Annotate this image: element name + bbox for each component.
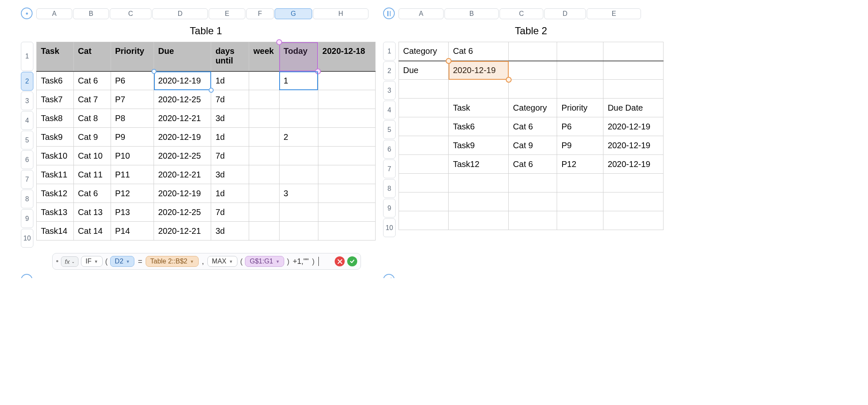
table1-cell[interactable]: Task8	[37, 109, 74, 128]
column-header-a[interactable]: A	[36, 8, 72, 19]
table1-cell[interactable]: P10	[111, 147, 154, 165]
table1-cell[interactable]: P14	[111, 222, 154, 240]
table2-cell[interactable]	[399, 211, 449, 230]
table1-cell[interactable]	[318, 109, 375, 128]
table2-cell[interactable]: Due Date	[603, 99, 664, 117]
formula-token-max[interactable]: MAX▼	[207, 256, 238, 267]
table2-cell[interactable]	[509, 80, 557, 99]
table1-cell[interactable]: 2020-12-25	[154, 203, 211, 222]
column-header-e[interactable]: E	[209, 8, 245, 19]
table1-cell[interactable]: Cat 14	[73, 222, 111, 240]
formula-token-g1g1[interactable]: G$1:G1▼	[245, 256, 284, 267]
table2-cell[interactable]: 2020-12-19	[603, 136, 664, 155]
table2-cell[interactable]	[557, 61, 603, 80]
table1-cell[interactable]: Cat 11	[73, 165, 111, 184]
table1-cell[interactable]	[318, 203, 375, 222]
table1-column-ruler[interactable]: ABCDEFGH	[36, 8, 376, 19]
table2-cell[interactable]: Task	[449, 99, 509, 117]
table2-cell[interactable]	[557, 80, 603, 99]
table1-cell[interactable]: Task9	[37, 128, 74, 147]
table2-cell[interactable]	[449, 80, 509, 99]
table1-cell[interactable]	[249, 184, 279, 203]
table1-cell[interactable]	[249, 165, 279, 184]
table1-cell[interactable]: P9	[111, 128, 154, 147]
table1-cell[interactable]: Task10	[37, 147, 74, 165]
table1-cell[interactable]: 2020-12-21	[154, 222, 211, 240]
table1-cell[interactable]	[249, 90, 279, 109]
table1-cell[interactable]: 2020-12-21	[154, 109, 211, 128]
table2-cell[interactable]	[399, 117, 449, 136]
table1-cell[interactable]: Task7	[37, 90, 74, 109]
column-header-a[interactable]: A	[399, 8, 444, 19]
table2-column-ruler[interactable]: ABCDE	[399, 8, 664, 19]
table2-cell[interactable]: Cat 6	[449, 42, 509, 61]
row-header-7[interactable]: 7	[21, 170, 33, 189]
table2-corner-handle[interactable]	[383, 274, 395, 278]
table1-cell[interactable]: Cat 10	[73, 147, 111, 165]
column-header-c[interactable]: C	[110, 8, 151, 19]
row-header-4[interactable]: 4	[21, 111, 33, 130]
column-header-g[interactable]: G	[275, 8, 312, 19]
table2-cell[interactable]	[603, 61, 664, 80]
table1-cell[interactable]: Cat 6	[73, 71, 111, 90]
column-header-d[interactable]: D	[544, 8, 586, 19]
row-header-1[interactable]: 1	[383, 42, 396, 61]
formula-token-table2b2[interactable]: Table 2::B$2▼	[146, 256, 199, 267]
table2-cell[interactable]: Cat 9	[509, 136, 557, 155]
row-header-8[interactable]: 8	[21, 190, 33, 208]
column-header-f[interactable]: F	[246, 8, 274, 19]
row-header-2[interactable]: 2	[21, 72, 33, 91]
table2-cell[interactable]	[603, 192, 664, 211]
table2-cell[interactable]	[603, 42, 664, 61]
table1-header-cell[interactable]: Due	[154, 42, 211, 71]
table2-cell[interactable]	[449, 174, 509, 192]
column-header-b[interactable]: B	[444, 8, 499, 19]
selection-handle-icon[interactable]	[151, 69, 156, 74]
formula-cancel-button[interactable]	[335, 256, 345, 266]
table2-cell[interactable]: Task9	[449, 136, 509, 155]
table1-cell[interactable]	[279, 147, 318, 165]
table2-cell[interactable]	[449, 211, 509, 230]
row-header-9[interactable]: 9	[21, 209, 33, 228]
table2-cell[interactable]: Task6	[449, 117, 509, 136]
table1-cell[interactable]: Task11	[37, 165, 74, 184]
table2-cell[interactable]: Priority	[557, 99, 603, 117]
row-header-7[interactable]: 7	[383, 159, 396, 178]
table2-cell[interactable]	[509, 211, 557, 230]
table2-cell[interactable]: Task12	[449, 155, 509, 174]
table1-cell[interactable]: Cat 9	[73, 128, 111, 147]
table2-cell[interactable]: P12	[557, 155, 603, 174]
table2-cell[interactable]: 2020-12-19	[449, 61, 509, 80]
table1-cell[interactable]: Task6	[37, 71, 74, 90]
table1-cell[interactable]: 3d	[211, 222, 249, 240]
table2-cell[interactable]	[557, 42, 603, 61]
table1-cell[interactable]: 2	[279, 128, 318, 147]
table1-cell[interactable]	[318, 147, 375, 165]
row-header-10[interactable]: 10	[21, 229, 33, 248]
table1-cell[interactable]: P12	[111, 184, 154, 203]
table1-cell[interactable]	[279, 165, 318, 184]
table1-cell[interactable]: 2020-12-19	[154, 128, 211, 147]
table1-cell[interactable]	[318, 165, 375, 184]
table1-cell[interactable]	[279, 90, 318, 109]
row-header-8[interactable]: 8	[383, 179, 396, 198]
row-header-6[interactable]: 6	[21, 150, 33, 169]
table2-cell[interactable]	[509, 192, 557, 211]
table1-cell[interactable]: 2020-12-19	[154, 71, 211, 90]
table1-cell[interactable]	[249, 203, 279, 222]
table2-cell[interactable]: P6	[557, 117, 603, 136]
table1-cell[interactable]	[249, 128, 279, 147]
table1-cell[interactable]: 3	[279, 184, 318, 203]
column-header-d[interactable]: D	[152, 8, 208, 19]
table2-cell[interactable]	[399, 136, 449, 155]
table1-cell[interactable]	[249, 222, 279, 240]
table1-cell[interactable]: Task12	[37, 184, 74, 203]
table2-cell[interactable]	[509, 174, 557, 192]
table1-cell[interactable]: Cat 13	[73, 203, 111, 222]
table1-header-cell[interactable]: Priority	[111, 42, 154, 71]
table1-cell[interactable]: Cat 7	[73, 90, 111, 109]
table1-header-cell[interactable]: Cat	[73, 42, 111, 71]
row-header-1[interactable]: 1	[21, 42, 33, 71]
table1-cell[interactable]: P13	[111, 203, 154, 222]
column-header-c[interactable]: C	[500, 8, 543, 19]
